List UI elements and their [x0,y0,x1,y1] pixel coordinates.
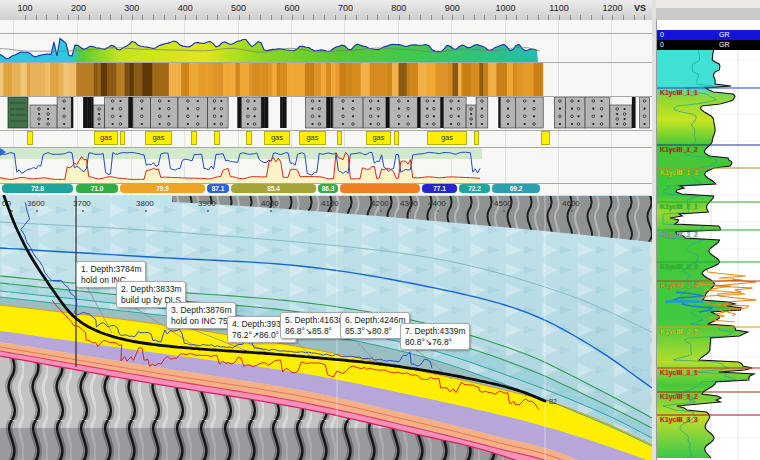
gas-interval-badge [120,131,125,145]
annotation-line1: 3. Depth:3876m [171,305,231,316]
annotation-line1: 7. Depth:4339m [405,326,465,337]
percent-segment: 86.3 [318,184,338,193]
ruler-tick-label: 800 [391,3,406,13]
ruler-tick-label: 300 [124,3,139,13]
percent-segment: 79.9 [120,184,205,193]
annotation-line1: 5. Depth:4163m [285,315,345,326]
percent-segment: 69.2 [492,184,540,193]
track-divider [0,147,652,148]
percent-segment: 85.4 [231,184,316,193]
gas-curves-track[interactable] [0,147,652,183]
gas-interval-badge: gas [264,131,290,145]
ruler-tick-label: 500 [231,3,246,13]
gr-panel-top-strip [656,8,760,20]
formation-top-label: K1ycⅢ_2_2 [660,231,698,239]
borehole-image-track[interactable] [0,62,652,96]
track-divider [0,96,652,97]
md-depth-label: 4400 [428,199,446,208]
formation-top-label: K1ycⅢ_3_2 [660,393,698,401]
gas-interval-badge [27,131,33,145]
formation-top-label: K1ycⅢ_3_1 [660,369,698,377]
ruler-tick-label: 100 [17,3,32,13]
gas-interval-badge: gas [299,131,326,145]
gas-interval-badge [541,131,550,145]
gas-interval-badge [214,131,220,145]
formation-top-label: K1ycⅢ_1_2 [660,146,698,154]
gas-interval-badge [474,131,479,145]
annotation-line2: 80.8°↘76.8° [405,337,465,348]
track-divider [0,33,652,34]
gas-interval-badge: gas [94,131,118,145]
ruler-tick-label: 900 [445,3,460,13]
gas-interval-badge: gas [427,131,467,145]
geosteering-app-window: VS 1002003004005006007008009001000110012… [0,0,760,460]
ruler-tick-label: 700 [338,3,353,13]
lithology-track[interactable] [0,96,652,130]
formation-top-label: K1ycⅢ_2_1 [660,203,698,211]
annotation-line2: 85.3°↘80.8° [345,326,405,337]
md-depth-label: 4600 [562,199,580,208]
md-depth-label: 3800 [136,199,154,208]
md-depth-label: 4300 [400,199,418,208]
md-depth-label: 4100 [321,199,339,208]
annotation-line1: 6. Depth:4246m [345,315,405,326]
annotation-line1: 2. Depth:3833m [121,284,181,295]
ruler-tick-label: 1200 [602,3,622,13]
annotation-line2: hold on INC 75° [171,316,231,327]
gas-interval-badge [394,131,399,145]
percent-segment: 72.2 [459,184,490,193]
vs-axis-unit-label: VS [634,3,646,13]
formation-top-label: K1ycⅢ_2_5 [660,328,698,336]
annotation-line1: 1. Depth:3784m [81,264,141,275]
depth-annotation-callout[interactable]: 3. Depth:3876mhold on INC 75° [166,302,236,329]
ruler-tick-label: 1100 [549,3,568,13]
gas-interval-badge: gas [145,131,172,145]
percent-segment: 71.0 [76,184,118,193]
gas-interval-badge [246,131,252,145]
formation-top-label: K1ycⅢ_2_3 [660,263,698,271]
ruler-tick-label: 200 [71,3,86,13]
formation-top-label: K1ycⅢ_1_1 [660,89,698,97]
md-depth-label: 3700 [73,199,91,208]
formation-top-label: K1ycⅢ_3_3 [660,416,698,424]
depth-annotation-callout[interactable]: 7. Depth:4339m80.8°↘76.8° [400,323,470,350]
ruler-tick-label: 600 [284,3,299,13]
md-depth-label: 4500 [494,199,512,208]
md-depth-label: 3600 [27,199,45,208]
formation-top-label: K1ycⅢ_2_4 [660,282,698,290]
gas-interval-badge: gas [366,131,391,145]
percent-segment: 77.1 [422,184,457,193]
well-target-label: B2 [549,398,557,405]
formation-top-label: K1ycⅢ_1_3 [660,169,698,177]
ruler-tick-label: 1000 [496,3,516,13]
track-divider [0,62,652,63]
ruler-tick-label: 400 [178,3,193,13]
annotation-line2: 86.8°↘85.8° [285,326,345,337]
md-depth-label: 3900 [198,199,216,208]
md-depth-label: 4000 [261,199,279,208]
md-depth-label: 4200 [371,199,389,208]
gr-color-curve-track[interactable] [0,33,652,62]
percent-segment [340,184,420,193]
track-marker-icon [0,148,6,156]
percent-segment: 87.1 [207,184,229,193]
gas-interval-badge [191,131,197,145]
vs-ruler[interactable]: VS 1002003004005006007008009001000110012… [0,0,652,21]
gas-interval-badge [337,131,342,145]
percent-segment: 72.8 [2,184,73,193]
